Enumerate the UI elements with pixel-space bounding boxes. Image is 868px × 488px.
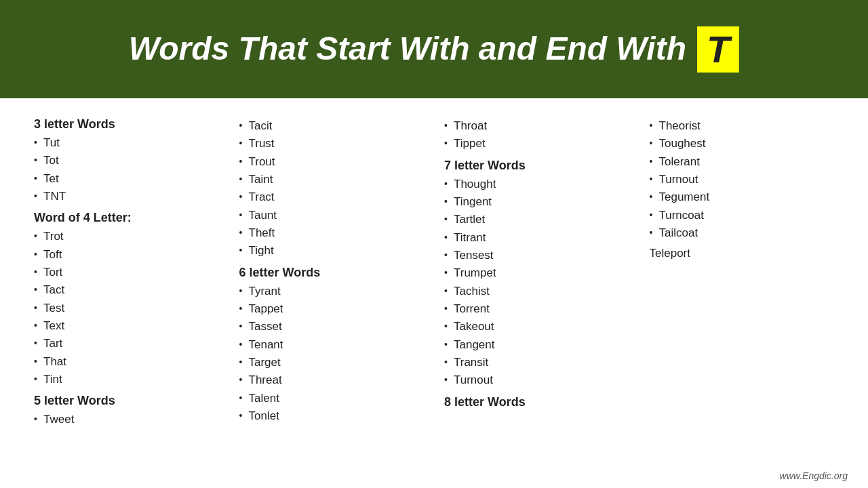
list-item: Turncoat [650, 207, 835, 224]
heading-5letter: 5 letter Words [34, 394, 219, 408]
list-item: Tart [34, 335, 219, 352]
list-item: Tonlet [239, 407, 425, 425]
list-item: Tyrant [239, 283, 425, 300]
list-item: Tut [34, 134, 219, 152]
list-item: Tight [239, 242, 425, 260]
list-item: Text [34, 317, 219, 335]
list-item: Tingent [444, 193, 629, 211]
list-item: Tasset [239, 318, 425, 336]
list-item: Tint [34, 371, 219, 388]
list-item: Titrant [444, 229, 629, 247]
list-item: Tailcoat [650, 224, 835, 242]
column-3: Throat Tippet 7 letter Words Thought Tin… [437, 112, 636, 481]
list-7letter: Thought Tingent Tartlet Titrant Tensest … [444, 176, 629, 390]
list-item: Toughest [650, 135, 835, 152]
heading-8letter: 8 letter Words [444, 395, 629, 409]
page-wrapper: Words That Start With and End With T 3 l… [0, 0, 868, 488]
list-item: Taint [239, 171, 425, 188]
list-item: Tract [239, 188, 425, 206]
list-item: Thought [444, 176, 629, 193]
list-item: TNT [34, 188, 219, 205]
list-item: Torrent [444, 300, 629, 318]
header-title: Words That Start With and End With [129, 31, 686, 67]
list-item: Tegument [650, 188, 835, 206]
list-item: Talent [239, 390, 425, 407]
list-5letter: Tweet [34, 411, 219, 428]
column-1: 3 letter Words Tut Tot Tet TNT Word of 4… [27, 112, 226, 481]
list-item: Takeout [444, 318, 629, 336]
list-item: Tort [34, 264, 219, 281]
list-item: Tet [34, 170, 219, 188]
list-6letter: Tyrant Tappet Tasset Tenant Target Threa… [239, 283, 425, 426]
list-item: Theorist [650, 117, 835, 135]
list-item: That [34, 353, 219, 371]
list-item: Turnout [444, 371, 629, 389]
list-item: Tappet [239, 300, 425, 318]
list-item: Tact [34, 281, 219, 299]
list-5letter-cont: Tacit Trust Trout Taint Tract Taunt Thef… [239, 117, 425, 260]
list-item: Turnout [650, 171, 835, 188]
list-6letter-cont: Throat Tippet [444, 117, 629, 153]
list-item: Throat [444, 117, 629, 135]
list-8letter: Theorist Toughest Tolerant Turnout Tegum… [650, 117, 835, 242]
heading-7letter: 7 letter Words [444, 159, 629, 173]
list-item: Tippet [444, 135, 629, 152]
list-item: Tangent [444, 336, 629, 354]
list-item: Transit [444, 354, 629, 371]
header-t-letter: T [707, 30, 730, 68]
column-4: Theorist Toughest Tolerant Turnout Tegum… [643, 112, 842, 481]
teleport-word: Teleport [650, 245, 835, 262]
footer-url: www.Engdic.org [780, 470, 848, 481]
list-4letter: Trot Toft Tort Tact Test Text Tart That … [34, 228, 219, 388]
heading-6letter: 6 letter Words [239, 266, 425, 280]
list-item: Target [239, 354, 425, 371]
list-item: Taunt [239, 207, 425, 224]
list-item: Trout [239, 153, 425, 171]
column-2: Tacit Trust Trout Taint Tract Taunt Thef… [233, 112, 431, 481]
list-item: Tensest [444, 247, 629, 264]
list-item: Test [34, 300, 219, 317]
list-item: Threat [239, 371, 425, 389]
list-item: Tachist [444, 283, 629, 300]
header-t-box: T [697, 26, 739, 73]
list-item: Toft [34, 246, 219, 264]
list-item: Theft [239, 224, 425, 242]
list-item: Tolerant [650, 153, 835, 171]
list-item: Trot [34, 228, 219, 245]
list-3letter: Tut Tot Tet TNT [34, 134, 219, 205]
heading-4letter: Word of 4 Letter: [34, 211, 219, 225]
list-item: Tartlet [444, 211, 629, 228]
heading-3letter: 3 letter Words [34, 117, 219, 131]
list-item: Tot [34, 152, 219, 169]
list-item: Tacit [239, 117, 425, 135]
list-item: Trust [239, 135, 425, 152]
list-item: Trumpet [444, 264, 629, 282]
list-item: Tenant [239, 336, 425, 354]
content-area: 3 letter Words Tut Tot Tet TNT Word of 4… [0, 98, 868, 488]
list-item: Tweet [34, 411, 219, 428]
header: Words That Start With and End With T [0, 0, 868, 98]
